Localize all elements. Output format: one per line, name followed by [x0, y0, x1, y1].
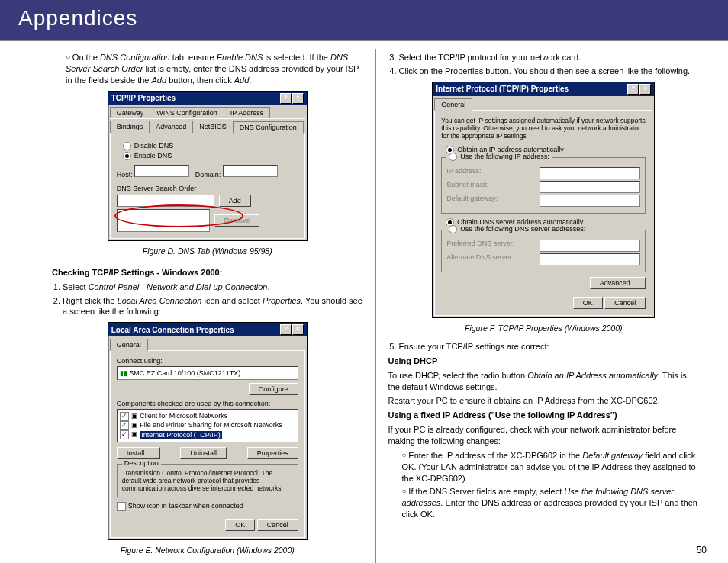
fixed-bullet-2: If the DNS Server fields are empty, sele…	[402, 486, 700, 520]
column-divider	[375, 49, 376, 563]
tab-bindings[interactable]: Bindings	[110, 121, 150, 133]
properties-button[interactable]: Properties	[247, 447, 298, 459]
tcpip-item[interactable]: Internet Protocol (TCP/IP)	[140, 431, 222, 439]
alt-dns-field[interactable]	[540, 253, 640, 265]
nic-name: SMC EZ Card 10/100 (SMC1211TX)	[129, 369, 240, 377]
tab-netbios[interactable]: NetBIOS	[192, 121, 234, 133]
tab-dnsconfig[interactable]: DNS Configuration	[233, 121, 304, 134]
tab-general[interactable]: General	[434, 98, 472, 111]
tab-wins[interactable]: WINS Configuration	[150, 107, 224, 118]
cancel-button[interactable]: Cancel	[604, 297, 646, 309]
figure-e-caption: Figure E. Network Configuration (Windows…	[52, 545, 363, 555]
chk-fileprint[interactable]: ✓	[120, 421, 129, 430]
fixed-bullet-1: Enter the IP address of the XC-DPG602 in…	[402, 450, 700, 484]
tab-advanced[interactable]: Advanced	[149, 121, 193, 133]
search-order-label: DNS Server Search Order	[117, 185, 298, 192]
radio-use-dns[interactable]	[449, 225, 457, 233]
figure-f-dialog: Internet Protocol (TCP/IP) Properties ?×…	[432, 82, 655, 318]
radio-use-ip[interactable]	[449, 153, 457, 161]
page-number: 50	[697, 545, 707, 555]
red-circle-annotation	[114, 204, 243, 227]
dhcp-restart: Restart your PC to ensure it obtains an …	[388, 395, 700, 407]
install-button[interactable]: Install...	[117, 447, 160, 459]
host-field[interactable]	[134, 165, 189, 177]
tab-general[interactable]: General	[110, 339, 148, 351]
radio-disable-dns[interactable]	[123, 142, 131, 150]
configure-button[interactable]: Configure	[249, 383, 298, 395]
right-column: Select the TCP/IP protocol for your netw…	[381, 49, 707, 563]
add-button[interactable]: Add	[219, 195, 251, 207]
pref-dns-field[interactable]	[540, 240, 640, 252]
help-icon[interactable]: ?	[280, 93, 292, 104]
tab-gateway[interactable]: Gateway	[110, 107, 151, 118]
domain-field[interactable]	[223, 165, 278, 177]
dhcp-paragraph: To use DHCP, select the radio button Obt…	[388, 370, 700, 393]
checking-heading: Checking TCP/IP Settings - Windows 2000:	[52, 267, 363, 278]
step-3: Select the TCP/IP protocol for your netw…	[399, 52, 700, 63]
figure-f-caption: Figure F. TCP/IP Properties (Windows 200…	[388, 323, 700, 333]
gateway-field[interactable]	[540, 195, 640, 207]
intro-bullet: On the DNS Configuration tab, ensure Ena…	[66, 52, 363, 86]
step-1: Select Control Panel - Network and Dial-…	[63, 282, 363, 293]
ok-button[interactable]: OK	[573, 297, 603, 309]
close-icon[interactable]: ×	[292, 93, 304, 104]
chk-showicon[interactable]	[117, 502, 126, 511]
tab-ipaddr[interactable]: IP Address	[224, 107, 270, 118]
figure-d-dialog: TCP/IP Properties ?× Gateway WINS Config…	[108, 91, 308, 241]
radio-enable-dns[interactable]	[123, 152, 131, 160]
close-icon[interactable]: ×	[292, 324, 304, 335]
step-5: Ensure your TCP/IP settings are correct:	[399, 341, 700, 352]
left-column: On the DNS Configuration tab, ensure Ena…	[21, 49, 371, 563]
mask-field[interactable]	[540, 181, 640, 193]
uninstall-button[interactable]: Uninstall	[180, 447, 227, 459]
description-text: Transmission Control Protocol/Internet P…	[122, 469, 293, 492]
using-dhcp-heading: Using DHCP	[388, 355, 700, 367]
ok-button[interactable]: OK	[225, 519, 255, 531]
chk-tcpip[interactable]: ✓	[120, 430, 129, 439]
ip-field[interactable]	[540, 167, 640, 179]
help-icon[interactable]: ?	[280, 324, 292, 335]
figd-title: TCP/IP Properties	[111, 94, 176, 102]
advanced-button[interactable]: Advanced...	[590, 277, 646, 289]
help-icon[interactable]: ?	[627, 84, 639, 95]
step-4: Click on the Properties button. You shou…	[399, 66, 700, 77]
fige-title: Local Area Connection Properties	[111, 326, 234, 334]
components-label: Components checked are used by this conn…	[117, 400, 298, 407]
step-2: Right click the Local Area Connection ic…	[63, 295, 363, 318]
page-header: Appendices	[0, 0, 728, 40]
figure-e-dialog: Local Area Connection Properties ?× Gene…	[108, 322, 308, 540]
figure-d-caption: Figure D. DNS Tab (Windows 95/98)	[52, 246, 363, 256]
connect-using-label: Connect using:	[117, 357, 298, 365]
nic-icon: ▮▮	[120, 369, 127, 377]
figf-blurb: You can get IP settings assigned automat…	[441, 117, 646, 140]
figf-title: Internet Protocol (TCP/IP) Properties	[436, 85, 569, 93]
fixed-intro: If your PC is already configured, check …	[388, 424, 700, 447]
cancel-button[interactable]: Cancel	[257, 519, 298, 531]
chk-client[interactable]: ✓	[120, 412, 129, 421]
using-fixed-heading: Using a fixed IP Address ("Use the follo…	[388, 410, 700, 421]
close-icon[interactable]: ×	[639, 84, 651, 95]
